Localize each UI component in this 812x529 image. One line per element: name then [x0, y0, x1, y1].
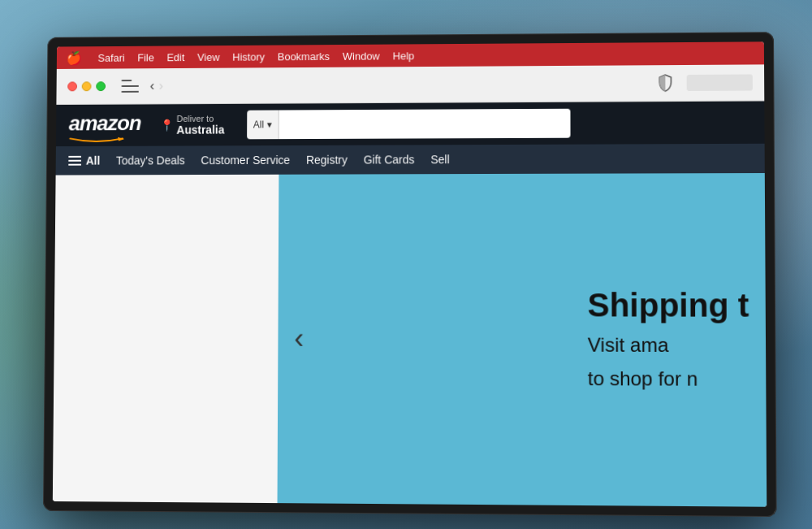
monitor-frame: 🍎 Safari File Edit View History Bookmark… — [43, 15, 777, 517]
browser-chrome: ‹ › — [56, 64, 764, 105]
nav-sell[interactable]: Sell — [430, 150, 449, 169]
search-category-chevron: ▾ — [267, 119, 272, 130]
hero-subtitle-line2: to shop for n — [588, 365, 749, 393]
reader-area — [687, 74, 753, 91]
carousel-prev-button[interactable]: ‹ — [294, 321, 304, 355]
sidebar-toggle-button[interactable] — [121, 80, 139, 93]
safari-menu[interactable]: Safari — [97, 51, 124, 63]
nav-todays-deals[interactable]: Today's Deals — [116, 150, 185, 170]
search-category-label: All — [253, 119, 264, 130]
sidebar-toggle-line-3 — [121, 90, 139, 92]
shield-icon — [657, 74, 673, 92]
amazon-logo-text: amazon — [69, 112, 141, 133]
apple-menu-icon[interactable]: 🍎 — [67, 50, 83, 65]
screen: 🍎 Safari File Edit View History Bookmark… — [53, 41, 767, 506]
amazon-logo[interactable]: amazon — [69, 112, 141, 138]
nav-all-label: All — [86, 154, 101, 167]
deliver-info: Deliver to Australia — [176, 113, 224, 136]
laptop-screen-frame: 🍎 Safari File Edit View History Bookmark… — [43, 32, 777, 517]
search-input[interactable] — [279, 108, 571, 138]
hamburger-line-3 — [68, 163, 81, 165]
hero-banner: ‹ Shipping t Visit ama to shop for n — [278, 172, 767, 506]
amazon-content: amazon 📍 Deliver to Au — [53, 101, 767, 506]
nav-gift-cards[interactable]: Gift Cards — [364, 150, 415, 169]
window-menu[interactable]: Window — [343, 50, 380, 62]
file-menu[interactable]: File — [137, 51, 154, 63]
deliver-location: Australia — [176, 123, 224, 136]
help-menu[interactable]: Help — [393, 49, 415, 61]
hero-text-area: Shipping t Visit ama to shop for n — [588, 285, 767, 393]
location-icon: 📍 — [160, 119, 174, 132]
main-content: ‹ Shipping t Visit ama to shop for n — [53, 172, 767, 506]
address-bar-spacer — [171, 83, 649, 85]
sidebar-toggle-line-2 — [122, 85, 140, 86]
nav-customer-service[interactable]: Customer Service — [201, 150, 290, 169]
close-button[interactable] — [67, 81, 77, 91]
amazon-header: amazon 📍 Deliver to Au — [56, 101, 765, 146]
search-bar: All ▾ — [247, 108, 570, 139]
bookmarks-menu[interactable]: Bookmarks — [278, 50, 330, 62]
nav-all-button[interactable]: All — [68, 154, 100, 167]
amazon-navbar: All Today's Deals Customer Service Regis… — [56, 143, 765, 175]
nav-registry[interactable]: Registry — [306, 150, 348, 169]
deliver-to[interactable]: 📍 Deliver to Australia — [160, 113, 225, 136]
maximize-button[interactable] — [96, 81, 106, 91]
back-button[interactable]: ‹ — [150, 79, 154, 92]
forward-button[interactable]: › — [159, 79, 163, 92]
hamburger-icon — [68, 155, 81, 165]
left-panel — [53, 174, 279, 502]
hamburger-line-2 — [68, 159, 81, 161]
deliver-label: Deliver to — [177, 113, 225, 123]
history-menu[interactable]: History — [232, 50, 265, 63]
search-category-dropdown[interactable]: All ▾ — [247, 110, 279, 139]
view-menu[interactable]: View — [197, 50, 220, 63]
hamburger-line-1 — [68, 155, 81, 157]
sidebar-toggle-line-1 — [122, 80, 132, 81]
amazon-smile-arrow — [69, 132, 124, 138]
hero-title: Shipping t — [588, 285, 749, 325]
minimize-button[interactable] — [82, 81, 92, 91]
hero-subtitle-line1: Visit ama — [588, 331, 749, 358]
nav-arrows: ‹ › — [150, 79, 163, 92]
edit-menu[interactable]: Edit — [166, 50, 184, 63]
browser-toolbar: ‹ › — [56, 64, 764, 104]
traffic-lights — [67, 81, 106, 91]
